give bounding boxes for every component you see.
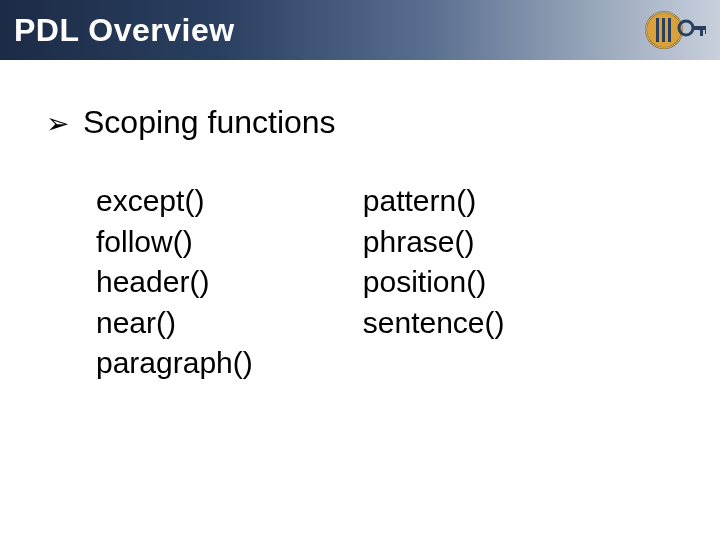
bullet-text: Scoping functions	[83, 104, 336, 141]
logo-icon	[634, 6, 706, 54]
bullet-marker: ➢	[46, 110, 69, 138]
function-name: paragraph()	[96, 343, 253, 384]
bullet-item: ➢ Scoping functions	[46, 104, 680, 141]
svg-rect-7	[700, 26, 703, 36]
function-name: except()	[96, 181, 253, 222]
function-name: header()	[96, 262, 253, 303]
function-column-left: except() follow() header() near() paragr…	[96, 181, 253, 384]
function-name: phrase()	[363, 222, 505, 263]
function-name: position()	[363, 262, 505, 303]
svg-rect-2	[656, 18, 659, 42]
function-name: follow()	[96, 222, 253, 263]
svg-rect-6	[692, 26, 706, 30]
function-name: pattern()	[363, 181, 505, 222]
svg-rect-4	[668, 18, 671, 42]
slide-body: ➢ Scoping functions except() follow() he…	[0, 60, 720, 384]
title-bar: PDL Overview	[0, 0, 720, 60]
function-name: sentence()	[363, 303, 505, 344]
function-name: near()	[96, 303, 253, 344]
svg-rect-8	[705, 26, 706, 34]
function-column-right: pattern() phrase() position() sentence()	[363, 181, 505, 384]
function-columns: except() follow() header() near() paragr…	[96, 181, 680, 384]
page-title: PDL Overview	[14, 12, 235, 49]
svg-rect-3	[662, 18, 665, 42]
